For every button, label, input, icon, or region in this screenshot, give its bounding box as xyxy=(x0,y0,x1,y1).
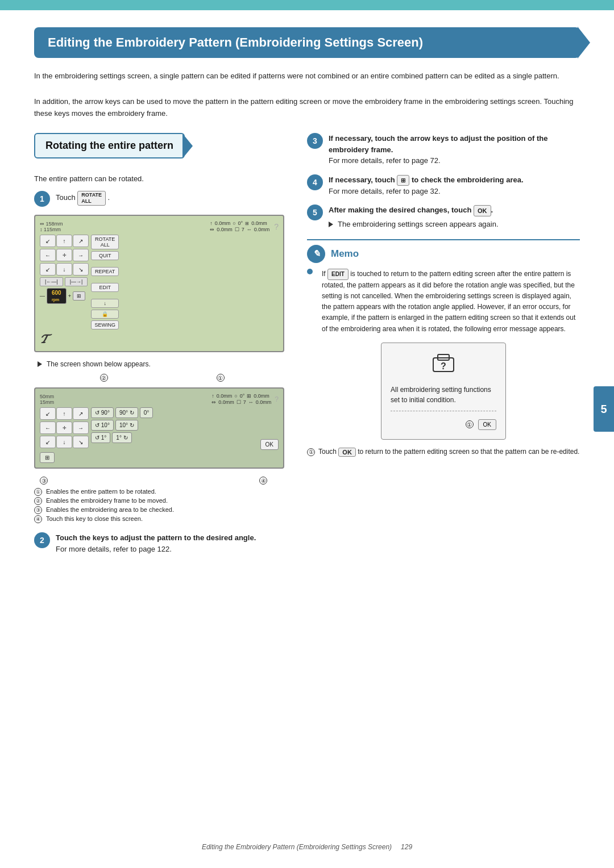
lcd-screen-2: 50mm 15mm ↑0.0mm ○0° ⊞ 0.0mm xyxy=(34,387,284,469)
lcd2-ok-btn[interactable]: OK xyxy=(260,439,279,450)
step-5-ok-btn[interactable]: OK xyxy=(474,205,491,217)
step-3-text: If necessary, touch the arrow keys to ad… xyxy=(329,133,580,166)
memo-icon: ✎ xyxy=(307,245,325,263)
section-title: Editing the Embroidery Pattern (Embroide… xyxy=(48,35,566,50)
step-4-sub: For more details, refer to page 32. xyxy=(329,187,441,195)
error-ok-inline[interactable]: OK xyxy=(338,448,356,457)
section-title-box: Editing the Embroidery Pattern (Embroide… xyxy=(34,27,580,58)
step-3-circle: 3 xyxy=(307,133,323,149)
memo-bullet xyxy=(307,269,313,274)
subsection-title-box: Rotating the entire pattern xyxy=(34,133,185,158)
step-5-sub: The embroidering settings screen appears… xyxy=(338,219,499,230)
error-annotation: ① Touch OK to return to the pattern edit… xyxy=(307,448,580,457)
step-2-sub: For more details, refer to page 122. xyxy=(56,545,172,553)
memo-title: Memo xyxy=(331,248,359,260)
error-icon: ? xyxy=(391,352,496,379)
error-dialog-footer: ① OK xyxy=(391,419,496,430)
step-3-row: 3 If necessary, touch the arrow keys to … xyxy=(307,133,580,166)
screen-appears-label: The screen shown below appears. xyxy=(47,360,151,368)
memo-box: ✎ Memo If EDIT is touched to return to t… xyxy=(307,239,580,457)
step-5-text: After making the desired changes, touch … xyxy=(329,205,499,229)
step-1-text: Touch ROTATEALL . xyxy=(56,191,110,206)
error-dialog-text: All embroidering setting functions set t… xyxy=(391,385,496,411)
memo-text: If EDIT is touched to return to the patt… xyxy=(322,269,580,335)
step-1-row: 1 Touch ROTATEALL . xyxy=(34,191,284,207)
page-footer: Editing the Embroidery Pattern (Embroide… xyxy=(0,843,614,851)
svg-text:?: ? xyxy=(441,361,446,371)
step-5-circle: 5 xyxy=(307,205,323,220)
side-tab: 5 xyxy=(594,386,614,432)
memo-edit-btn[interactable]: EDIT xyxy=(327,269,349,280)
step-3-sub: For more details, refer to page 72. xyxy=(329,156,441,165)
error-dialog: ? All embroidering setting functions set… xyxy=(381,343,506,440)
step-4-row: 4 If necessary, touch ⊞ to check the emb… xyxy=(307,174,580,197)
error-ok-button[interactable]: OK xyxy=(478,419,496,430)
memo-bullet-row: If EDIT is touched to return to the patt… xyxy=(307,269,580,335)
step-4-btn[interactable]: ⊞ xyxy=(397,175,409,186)
step-1-label: Touch xyxy=(56,194,76,202)
step-2-row: 2 Touch the keys to adjust the pattern t… xyxy=(34,532,284,554)
annotation-4: Touch this key to close this screen. xyxy=(46,515,143,522)
step-2-circle: 2 xyxy=(34,532,50,548)
step-2-text: Touch the keys to adjust the pattern to … xyxy=(56,532,256,554)
lcd-screen-1: ⇔ 158mm ↕ 115mm ↑0.0mm ○0° ⊞ 0.0mm xyxy=(34,215,284,352)
can-rotate-text: The entire pattern can be rotated. xyxy=(34,174,284,183)
step-2-main: Touch the keys to adjust the pattern to … xyxy=(56,533,256,542)
footer-text: Editing the Embroidery Pattern (Embroide… xyxy=(202,843,392,851)
annotation-3: Enables the embroidering area to be chec… xyxy=(46,506,174,513)
rotate-all-inline-btn[interactable]: ROTATEALL xyxy=(77,191,106,206)
top-bar xyxy=(0,0,614,10)
step-4-text: If necessary, touch ⊞ to check the embro… xyxy=(329,174,524,197)
annotation-2: Enables the embroidery frame to be moved… xyxy=(46,497,168,504)
subsection-title: Rotating the entire pattern xyxy=(45,140,173,152)
step-4-circle: 4 xyxy=(307,174,323,190)
screen-appears-text: The screen shown below appears. xyxy=(38,360,284,368)
annotations: ①Enables the entire pattern to be rotate… xyxy=(34,488,284,523)
intro-text-1: In the embroidering settings screen, a s… xyxy=(34,70,580,82)
step-5-row: 5 After making the desired changes, touc… xyxy=(307,205,580,229)
intro-text-2: In addition, the arrow keys can be used … xyxy=(34,96,580,120)
footer-page: 129 xyxy=(401,843,412,851)
step-1-circle: 1 xyxy=(34,191,50,207)
annotation-1: Enables the entire pattern to be rotated… xyxy=(46,488,156,495)
